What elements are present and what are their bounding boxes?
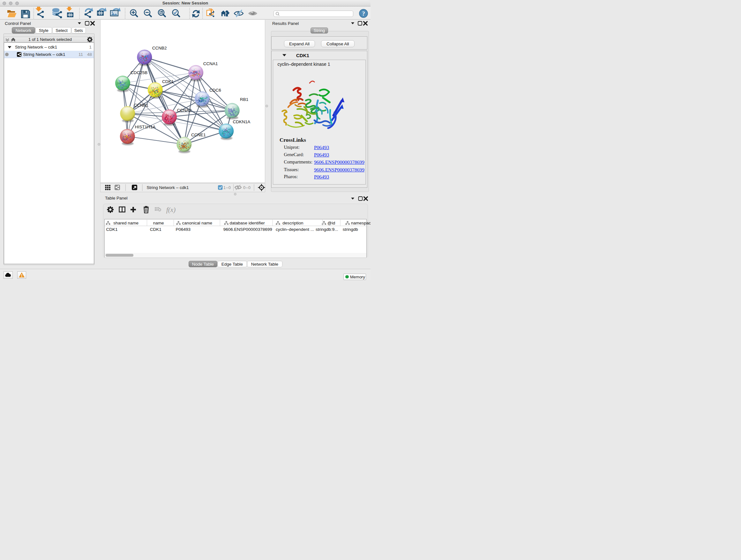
svg-text:1 – 0: 1 – 0 (223, 186, 231, 190)
svg-text:String Network – cdk1: String Network – cdk1 (146, 185, 189, 190)
svg-text:0 – 0: 0 – 0 (243, 186, 251, 190)
svg-text:f(x): f(x) (166, 206, 176, 213)
svg-text:?: ? (362, 10, 365, 17)
